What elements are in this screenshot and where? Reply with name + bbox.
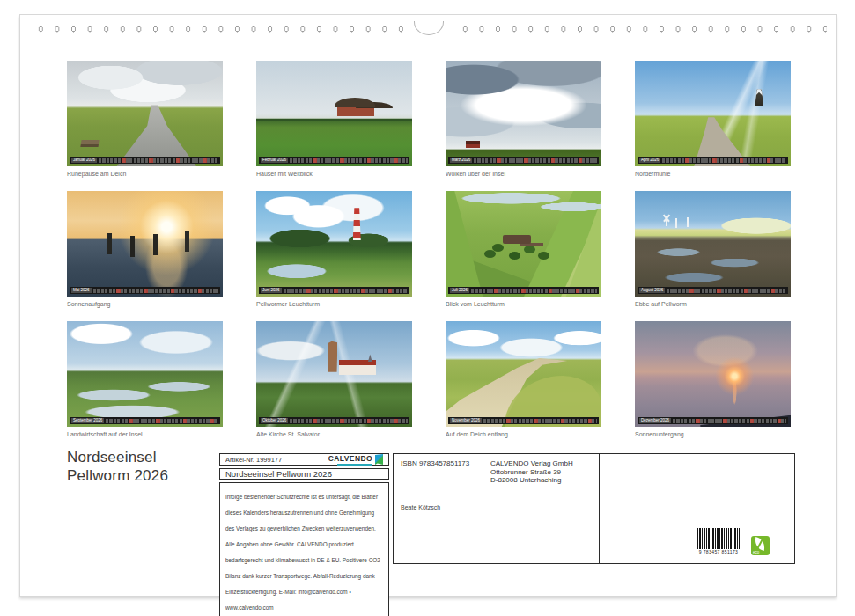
mini-calendar-strip: April 2026 <box>638 157 788 164</box>
mini-calendar-days <box>673 419 786 423</box>
publisher-address: CALVENDO Verlag GmbH Ottobrunner Straße … <box>490 459 573 485</box>
mini-calendar-days <box>284 289 408 293</box>
photo-art <box>256 321 412 427</box>
calendar-title-box: Nordseeinsel Pellworm 2026 <box>219 468 389 480</box>
mini-calendar-days <box>662 158 786 163</box>
photo-art <box>446 61 601 166</box>
photo-caption: Ruhepause am Deich <box>67 170 223 178</box>
article-number-box: Artikel-Nr. 1999177 CALVENDO <box>219 453 389 466</box>
photo-caption: Alte Kirche St. Salvator <box>256 430 412 438</box>
mini-calendar-month-label: Mai 2026 <box>71 288 92 293</box>
photo-art <box>67 61 223 166</box>
photo-caption: Wolken über der Insel <box>446 170 601 178</box>
mini-calendar-month-label: Januar 2026 <box>71 158 97 163</box>
leaf-icon <box>754 537 766 551</box>
mini-calendar-strip: Oktober 2026 <box>259 417 409 424</box>
legal-text: Infolge bestehender Schutzrechte ist es … <box>225 494 382 611</box>
photo-nordermuehle: April 2026 <box>635 61 791 166</box>
mini-calendar-strip: Mai 2026 <box>70 287 220 294</box>
photo-art <box>635 61 791 166</box>
mini-calendar-month-label: Februar 2026 <box>261 158 288 163</box>
legal-text-box: Infolge bestehender Schutzrechte ist es … <box>219 482 389 616</box>
photo-pellwormer-leuchtturm: Juni 2026 <box>256 191 412 297</box>
mini-calendar-strip: Juli 2026 <box>448 287 599 294</box>
thumbnail-cell-march: März 2026 Wolken über der Insel <box>446 61 601 178</box>
photo-alte-kirche-st-salvator: Oktober 2026 <box>256 321 412 427</box>
publisher-street: Ottobrunner Straße 39 <box>490 468 573 477</box>
photo-wolken-ueber-der-insel: März 2026 <box>446 61 601 166</box>
thumbnail-cell-december: Dezember 2026 Sonnenuntergang <box>635 321 791 438</box>
ean-barcode: 9 783457 851173 <box>697 528 740 555</box>
publisher-city: D-82008 Unterhaching <box>490 476 573 485</box>
thumbnail-cell-july: Juli 2026 Blick vom Leuchtturm <box>446 191 601 308</box>
photo-landwirtschaft: September 2026 <box>67 321 223 427</box>
photo-sonnenaufgang: Mai 2026 <box>67 191 223 297</box>
mini-calendar-month-label: April 2026 <box>639 158 660 163</box>
hanger-hook <box>414 21 444 35</box>
info-left-column: Artikel-Nr. 1999177 CALVENDO Nordseeinse… <box>219 453 389 564</box>
mini-calendar-month-label: August 2026 <box>639 288 665 293</box>
photo-art <box>67 321 223 427</box>
photo-haeuser-mit-weitblick: Februar 2026 <box>256 61 412 166</box>
mini-calendar-days <box>290 158 408 163</box>
isbn-publisher-cell: ISBN 9783457851173 CALVENDO Verlag GmbH … <box>394 454 599 563</box>
photo-caption: Nordermühle <box>635 170 791 178</box>
isbn-text: ISBN 9783457851173 <box>401 459 490 485</box>
photo-art <box>446 321 601 427</box>
info-right-box: ISBN 9783457851173 CALVENDO Verlag GmbH … <box>393 453 795 564</box>
calendar-back-page: Januar 2026 Ruhepause am Deich Februar 2… <box>19 14 837 597</box>
photo-art <box>446 191 601 297</box>
photo-caption: Sonnenuntergang <box>635 430 791 438</box>
calendar-title-small: Nordseeinsel Pellworm 2026 <box>225 469 332 479</box>
photo-art <box>256 191 412 297</box>
thumbnail-cell-september: September 2026 Landwirtschaft auf der In… <box>67 321 223 438</box>
spiral-binding-right <box>457 24 827 34</box>
mini-calendar-strip: März 2026 <box>448 157 599 164</box>
mini-calendar-strip: September 2026 <box>70 417 220 424</box>
article-number: Artikel-Nr. 1999177 <box>225 456 282 464</box>
eco-label: eco <box>753 550 759 555</box>
photo-caption: Ebbe auf Pellworm <box>635 300 791 308</box>
photo-caption: Blick vom Leuchtturm <box>446 300 601 308</box>
photo-art <box>67 191 223 297</box>
calvendo-logo: CALVENDO <box>328 454 383 465</box>
thumbnail-cell-june: Juni 2026 Pellwormer Leuchtturm <box>256 191 412 308</box>
photo-caption: Landwirtschaft auf der Insel <box>67 430 223 438</box>
photo-ebbe-auf-pellworm: August 2026 <box>635 191 791 297</box>
thumbnail-cell-february: Februar 2026 Häuser mit Weitblick <box>256 61 412 178</box>
thumbnail-cell-january: Januar 2026 Ruhepause am Deich <box>67 61 223 178</box>
calendar-title: Nordseeinsel Pellworm 2026 <box>67 449 168 485</box>
photo-caption: Pellwormer Leuchtturm <box>256 300 412 308</box>
mini-calendar-strip: Juni 2026 <box>259 287 409 294</box>
barcode-cell: 9 783457 851173 eco <box>599 454 794 563</box>
mini-calendar-month-label: Juli 2026 <box>450 288 469 293</box>
mini-calendar-strip: Februar 2026 <box>259 157 409 164</box>
mini-calendar-strip: Dezember 2026 <box>638 417 788 424</box>
mini-calendar-month-label: Oktober 2026 <box>261 418 288 423</box>
mini-calendar-days <box>106 419 218 423</box>
thumbnail-cell-october: Oktober 2026 Alte Kirche St. Salvator <box>256 321 412 438</box>
thumbnail-cell-august: August 2026 Ebbe auf Pellworm <box>635 191 791 308</box>
mini-calendar-days <box>471 289 597 293</box>
mini-calendar-days <box>483 419 597 423</box>
photo-ruhepause-am-deich: Januar 2026 <box>67 61 223 166</box>
photo-art <box>635 191 791 297</box>
mini-calendar-month-label: März 2026 <box>450 158 472 163</box>
calendar-title-line1: Nordseeinsel <box>67 449 168 467</box>
thumbnail-cell-november: November 2026 Auf dem Deich entlang <box>446 321 601 438</box>
thumbnail-cell-april: April 2026 Nordermühle <box>635 61 791 178</box>
photo-blick-vom-leuchtturm: Juli 2026 <box>446 191 601 297</box>
photo-sonnenuntergang: Dezember 2026 <box>635 321 791 427</box>
mini-calendar-days <box>290 419 408 423</box>
mini-calendar-month-label: Juni 2026 <box>261 288 282 293</box>
mini-calendar-days <box>474 158 597 163</box>
photo-caption: Häuser mit Weitblick <box>256 170 412 178</box>
barcode-digits: 9 783457 851173 <box>697 549 740 554</box>
photo-art <box>256 61 412 166</box>
photo-auf-dem-deich-entlang: November 2026 <box>446 321 601 427</box>
mini-calendar-days <box>93 289 218 293</box>
author-name: Beate Kötzsch <box>401 504 592 510</box>
eco-print-logo: eco <box>751 536 770 555</box>
mini-calendar-days <box>99 158 218 163</box>
mini-calendar-month-label: Dezember 2026 <box>639 418 671 423</box>
